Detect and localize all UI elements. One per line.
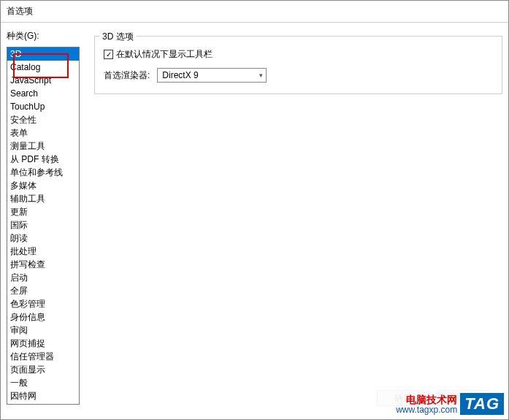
list-item[interactable]: 多媒体 bbox=[7, 179, 79, 192]
list-item[interactable]: 身份信息 bbox=[7, 310, 79, 324]
settings-panel: 3D 选项 在默认情况下显示工具栏 首选渲染器: DirectX 9 ▾ bbox=[80, 30, 502, 419]
options-group: 3D 选项 在默认情况下显示工具栏 首选渲染器: DirectX 9 ▾ bbox=[94, 36, 502, 94]
list-item[interactable]: 注释 bbox=[7, 402, 79, 405]
list-item[interactable]: 测量工具 bbox=[7, 140, 79, 153]
list-item[interactable]: Catalog bbox=[7, 61, 79, 74]
list-item[interactable]: 国际 bbox=[7, 218, 79, 232]
watermark-url: www.tagxp.com bbox=[396, 405, 457, 415]
list-item[interactable]: 安全性 bbox=[7, 113, 79, 126]
chevron-down-icon: ▾ bbox=[259, 72, 263, 79]
list-item[interactable]: 信任管理器 bbox=[7, 350, 79, 363]
category-label: 种类(G): bbox=[7, 30, 80, 42]
list-item[interactable]: 拼写检查 bbox=[7, 258, 79, 271]
checkbox-label: 在默认情况下显示工具栏 bbox=[116, 48, 213, 61]
list-item[interactable]: TouchUp bbox=[7, 100, 79, 113]
list-item[interactable]: 网页捕捉 bbox=[7, 337, 79, 350]
watermark-tag: TAG bbox=[460, 393, 504, 415]
list-item[interactable]: 启动 bbox=[7, 271, 79, 284]
list-item[interactable]: 页面显示 bbox=[7, 363, 79, 376]
list-item[interactable]: Search bbox=[7, 87, 79, 100]
dialog-body: 种类(G): 3DCatalogJavaScriptSearchTouchUp安… bbox=[1, 23, 508, 419]
list-item[interactable]: 审阅 bbox=[7, 324, 79, 337]
list-item[interactable]: 全屏 bbox=[7, 284, 79, 297]
renderer-row: 首选渲染器: DirectX 9 ▾ bbox=[104, 68, 493, 83]
combobox-value: DirectX 9 bbox=[162, 70, 198, 80]
renderer-combobox[interactable]: DirectX 9 ▾ bbox=[157, 68, 267, 83]
list-item[interactable]: 更新 bbox=[7, 205, 79, 218]
list-item[interactable]: 从 PDF 转换 bbox=[7, 153, 79, 166]
category-column: 种类(G): 3DCatalogJavaScriptSearchTouchUp安… bbox=[7, 30, 80, 419]
watermark-title: 电脑技术网 bbox=[396, 394, 457, 405]
list-item[interactable]: 色彩管理 bbox=[7, 297, 79, 310]
list-item[interactable]: 批处理 bbox=[7, 245, 79, 258]
category-listbox[interactable]: 3DCatalogJavaScriptSearchTouchUp安全性表单测量工… bbox=[7, 47, 80, 405]
list-item[interactable]: 单位和参考线 bbox=[7, 166, 79, 179]
list-item[interactable]: 一般 bbox=[7, 376, 79, 389]
list-item[interactable]: 辅助工具 bbox=[7, 192, 79, 205]
checkbox-icon bbox=[104, 50, 113, 59]
show-toolbar-checkbox[interactable]: 在默认情况下显示工具栏 bbox=[104, 48, 493, 61]
window-title: 首选项 bbox=[1, 1, 508, 23]
list-item[interactable]: 因特网 bbox=[7, 389, 79, 402]
list-item[interactable]: 3D bbox=[7, 47, 79, 61]
list-item[interactable]: 表单 bbox=[7, 126, 79, 140]
watermark: 电脑技术网 www.tagxp.com TAG bbox=[396, 393, 504, 415]
list-item[interactable]: 朗读 bbox=[7, 232, 79, 245]
group-title: 3D 选项 bbox=[99, 31, 137, 43]
renderer-label: 首选渲染器: bbox=[104, 69, 150, 82]
list-item[interactable]: JavaScript bbox=[7, 74, 79, 87]
